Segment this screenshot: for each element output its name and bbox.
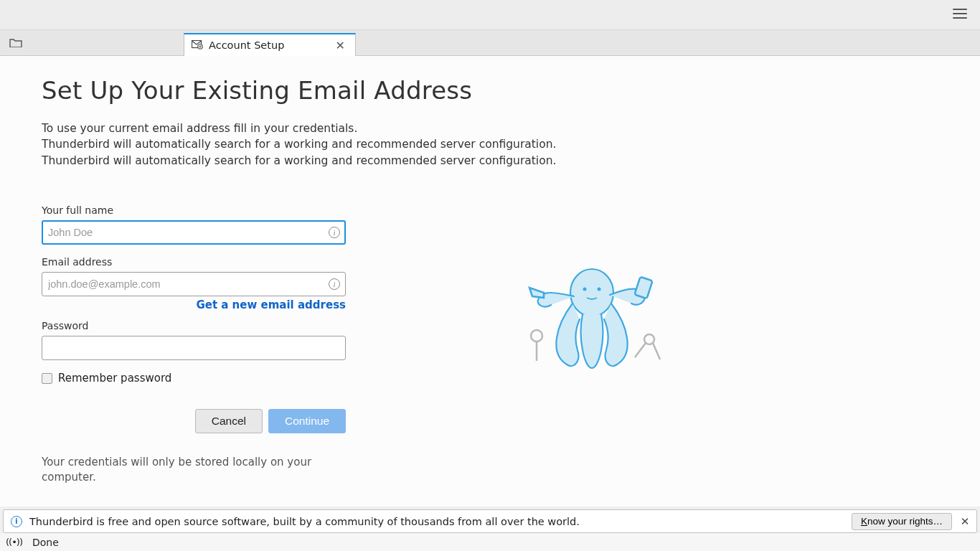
titlebar — [0, 0, 980, 30]
tab-strip: Account Setup ✕ — [0, 30, 980, 56]
email-input[interactable] — [42, 272, 346, 296]
svg-rect-5 — [634, 277, 652, 298]
svg-point-2 — [570, 269, 613, 316]
know-your-rights-button[interactable]: Know your rights… — [852, 513, 952, 530]
close-notification-icon[interactable]: ✕ — [958, 515, 972, 528]
status-bar: ((•)) Done — [0, 533, 980, 551]
notification-message: Thunderbird is free and open source soft… — [29, 516, 852, 527]
page-title: Set Up Your Existing Email Address — [42, 76, 980, 105]
content-area: Set Up Your Existing Email Address To us… — [0, 56, 980, 507]
remember-password-label: Remember password — [58, 372, 171, 385]
status-text: Done — [32, 537, 59, 548]
notification-bar: i Thunderbird is free and open source so… — [3, 509, 977, 533]
account-form: Your full name i Email address i Get a n… — [42, 204, 346, 485]
svg-point-6 — [531, 330, 542, 342]
tab-label: Account Setup — [209, 39, 333, 51]
svg-point-7 — [644, 334, 654, 344]
svg-point-4 — [598, 288, 601, 291]
folder-pane-icon[interactable] — [6, 32, 26, 52]
svg-point-3 — [583, 288, 587, 291]
network-status-icon[interactable]: ((•)) — [6, 537, 22, 547]
email-label: Email address — [42, 256, 346, 268]
hamburger-menu-icon[interactable] — [953, 9, 967, 20]
name-label: Your full name — [42, 204, 346, 216]
intro-line-3: Thunderbird will automatically search fo… — [42, 153, 980, 169]
info-icon[interactable]: i — [329, 227, 340, 238]
intro-line-1: To use your current email address fill i… — [42, 121, 980, 136]
password-input[interactable] — [42, 336, 346, 360]
info-icon[interactable]: i — [329, 278, 340, 290]
password-label: Password — [42, 320, 346, 331]
mail-config-icon — [192, 39, 203, 52]
tab-account-setup[interactable]: Account Setup ✕ — [184, 33, 356, 56]
full-name-input[interactable] — [42, 220, 346, 245]
continue-button[interactable]: Continue — [268, 409, 346, 433]
intro-line-2: Thunderbird will automatically search fo… — [42, 136, 980, 152]
octopus-illustration — [517, 253, 667, 382]
intro-text: To use your current email address fill i… — [42, 121, 980, 169]
close-tab-icon[interactable]: ✕ — [333, 39, 348, 52]
info-icon: i — [11, 516, 22, 527]
credentials-disclaimer: Your credentials will only be stored loc… — [42, 455, 314, 485]
get-new-email-link[interactable]: Get a new email address — [196, 298, 346, 311]
cancel-button[interactable]: Cancel — [195, 409, 263, 433]
remember-password-checkbox[interactable] — [42, 373, 52, 384]
